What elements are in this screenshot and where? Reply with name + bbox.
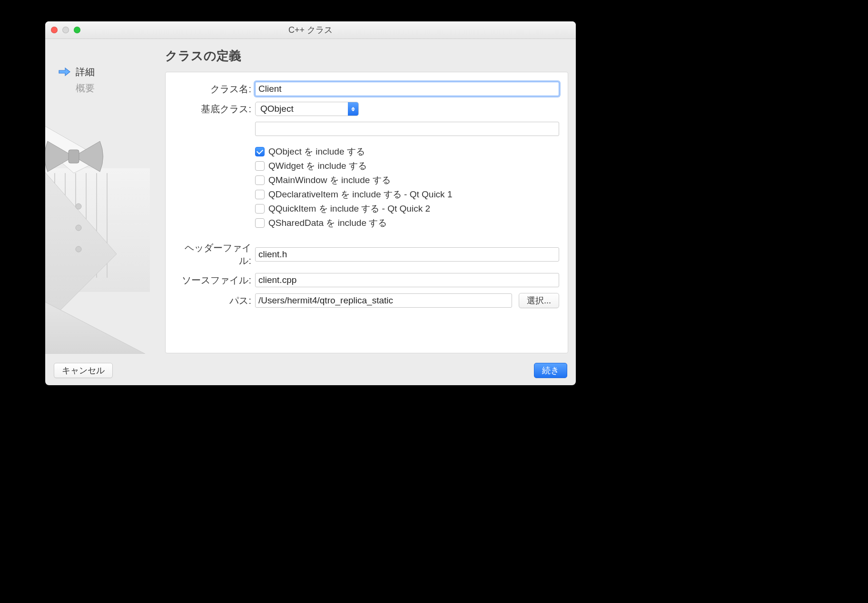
zoom-icon[interactable] [74, 27, 80, 33]
check-include-qmainwindow[interactable]: QMainWindow を include する [255, 173, 559, 187]
include-checklist: QObject を include する QWidget を include す… [255, 145, 559, 230]
step-list: 詳細 概要 [45, 64, 162, 96]
window-body: 詳細 概要 [45, 39, 576, 385]
dialog-footer: キャンセル 続き [54, 363, 567, 378]
extra-input[interactable] [255, 122, 559, 136]
check-include-qobject[interactable]: QObject を include する [255, 145, 559, 159]
sidebar: 詳細 概要 [45, 39, 162, 385]
check-label: QMainWindow を include する [268, 174, 391, 186]
checkbox-icon [255, 218, 265, 228]
row-class-name: クラス名: [174, 82, 559, 96]
check-label: QObject を include する [268, 146, 365, 158]
svg-point-9 [76, 225, 81, 231]
step-summary[interactable]: 概要 [59, 80, 162, 96]
row-header-file: ヘッダーファイル: [174, 242, 559, 267]
checkbox-icon [255, 190, 265, 199]
check-label: QDeclarativeItem を include する - Qt Quick… [268, 188, 452, 201]
titlebar: C++ クラス [45, 21, 576, 39]
checkbox-icon [255, 175, 265, 185]
window-title: C++ クラス [45, 24, 576, 36]
check-label: QWidget を include する [268, 160, 367, 172]
path-input[interactable] [255, 293, 512, 308]
cancel-label: キャンセル [62, 365, 105, 376]
source-file-label: ソースファイル: [174, 274, 255, 287]
close-icon[interactable] [51, 27, 58, 33]
svg-point-8 [76, 204, 81, 209]
row-extra [174, 122, 559, 136]
check-include-qshareddata[interactable]: QSharedData を include する [255, 216, 559, 230]
step-details[interactable]: 詳細 [59, 64, 162, 80]
check-label: QSharedData を include する [268, 217, 387, 229]
header-file-input[interactable] [255, 247, 559, 262]
base-class-label: 基底クラス: [174, 103, 255, 116]
row-base-class: 基底クラス: QObject [174, 102, 559, 116]
continue-label: 続き [542, 365, 559, 376]
header-file-label: ヘッダーファイル: [174, 242, 255, 267]
arrow-right-icon [59, 67, 71, 77]
page-title: クラスの定義 [165, 48, 568, 64]
check-label: QQuickItem を include する - Qt Quick 2 [268, 203, 430, 215]
step-label: 概要 [76, 82, 95, 95]
svg-point-10 [76, 246, 81, 252]
check-include-qdeclarativeitem[interactable]: QDeclarativeItem を include する - Qt Quick… [255, 187, 559, 202]
dialog-window: C++ クラス 詳細 概要 [45, 21, 576, 385]
base-class-value: QObject [256, 104, 348, 114]
class-name-input[interactable] [255, 82, 559, 96]
checkbox-icon [255, 161, 265, 171]
minimize-icon [62, 27, 69, 33]
chevron-updown-icon [348, 102, 358, 116]
row-source-file: ソースファイル: [174, 273, 559, 287]
wizard-illustration [45, 111, 162, 354]
check-include-qwidget[interactable]: QWidget を include する [255, 159, 559, 173]
row-path: パス: 選択... [174, 293, 559, 308]
check-include-qquickitem[interactable]: QQuickItem を include する - Qt Quick 2 [255, 202, 559, 216]
main-content: クラスの定義 クラス名: 基底クラス: QObject [165, 48, 568, 353]
class-name-label: クラス名: [174, 83, 255, 96]
browse-label: 選択... [527, 295, 551, 306]
cancel-button[interactable]: キャンセル [54, 363, 113, 378]
base-class-select[interactable]: QObject [255, 102, 359, 116]
window-controls [51, 21, 80, 39]
step-label: 詳細 [76, 66, 95, 78]
browse-button[interactable]: 選択... [519, 293, 559, 308]
checkbox-icon [255, 147, 265, 156]
path-label: パス: [174, 294, 255, 307]
svg-rect-7 [69, 150, 79, 163]
form-panel: クラス名: 基底クラス: QObject [165, 72, 568, 353]
checkbox-icon [255, 204, 265, 214]
source-file-input[interactable] [255, 273, 559, 287]
continue-button[interactable]: 続き [534, 363, 567, 378]
